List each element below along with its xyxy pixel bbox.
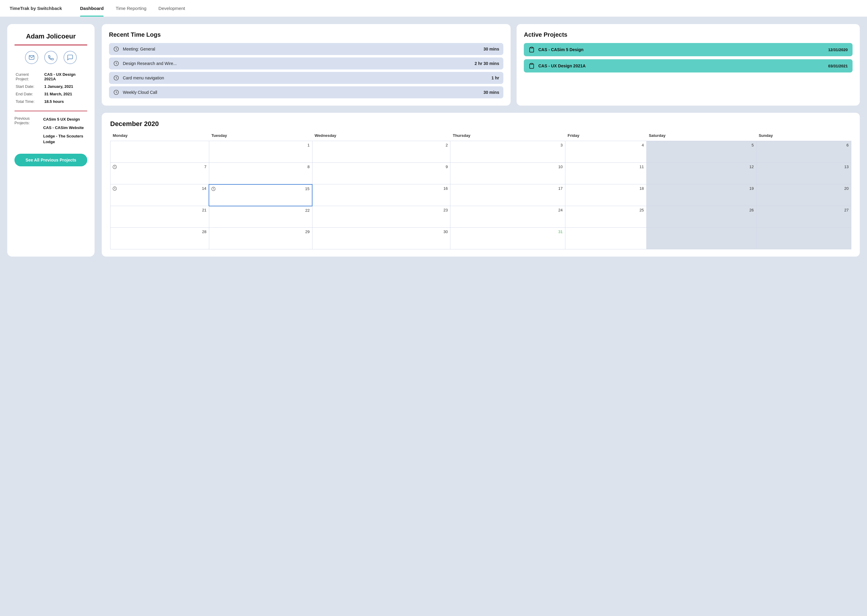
page-layout: Adam Jolicoeur Current — [0, 17, 867, 264]
sidebar: Adam Jolicoeur Current — [7, 24, 95, 256]
day-number: 2 — [446, 143, 448, 148]
calendar-cell[interactable]: 8 — [209, 163, 312, 184]
email-button[interactable] — [25, 51, 38, 64]
col-wednesday: Wednesday — [312, 133, 450, 141]
calendar-cell[interactable]: 22 — [209, 206, 312, 228]
start-date-value: 1 January, 2021 — [43, 83, 87, 90]
clock-icon — [113, 90, 119, 95]
tab-development[interactable]: Development — [158, 0, 185, 17]
log-item-0: Meeting: General 30 mins — [109, 43, 503, 55]
active-projects-card: Active Projects CAS - CASim 5 Design 12/… — [517, 24, 860, 105]
calendar-title: December 2020 — [110, 120, 851, 128]
calendar-cell[interactable]: 29 — [209, 228, 312, 249]
previous-projects-list: CASim 5 UX Design CAS - CASim Website Lo… — [43, 117, 87, 148]
clock-icon — [211, 187, 216, 191]
day-number: 30 — [443, 229, 448, 234]
day-number: 17 — [558, 186, 563, 191]
total-time-value: 18.5 hours — [43, 98, 87, 105]
divider-top — [14, 44, 87, 46]
calendar-cell[interactable]: 18 — [565, 184, 646, 206]
calendar-card: December 2020 Monday Tuesday Wednesday T… — [102, 113, 860, 256]
day-number: 23 — [443, 208, 448, 212]
svg-rect-6 — [531, 63, 533, 64]
day-number: 27 — [845, 208, 849, 212]
calendar-cell[interactable]: 4 — [565, 141, 646, 163]
phone-button[interactable] — [44, 51, 57, 64]
list-item: CASim 5 UX Design — [43, 117, 87, 122]
chat-button[interactable] — [63, 51, 77, 64]
log-item-2: Card menu navigation 1 hr — [109, 72, 503, 84]
user-name: Adam Jolicoeur — [14, 33, 87, 40]
calendar-cell[interactable]: 10 — [450, 163, 565, 184]
calendar-cell[interactable]: 12 — [646, 163, 756, 184]
calendar-cell[interactable] — [646, 228, 756, 249]
calendar-cell[interactable]: 25 — [565, 206, 646, 228]
log-item-1: Design Research and Wire... 2 hr 30 mins — [109, 57, 503, 69]
calendar-cell[interactable]: 2 — [312, 141, 450, 163]
calendar-cell[interactable]: 17 — [450, 184, 565, 206]
brand-logo: TimeTrak by Switchback — [9, 6, 62, 11]
day-number: 19 — [749, 186, 754, 191]
calendar-cell[interactable]: 28 — [110, 228, 209, 249]
calendar-cell[interactable]: 30 — [312, 228, 450, 249]
calendar-cell[interactable] — [110, 141, 209, 163]
main-content: Recent Time Logs Meeting: General 30 min… — [102, 24, 860, 256]
col-friday: Friday — [565, 133, 646, 141]
calendar-cell[interactable]: 24 — [450, 206, 565, 228]
day-number: 1 — [307, 143, 309, 148]
contact-icons — [14, 51, 87, 64]
calendar-cell[interactable]: 14 — [110, 184, 209, 206]
calendar-cell[interactable]: 5 — [646, 141, 756, 163]
see-all-projects-button[interactable]: See All Previous Projects — [14, 154, 87, 167]
calendar-cell[interactable]: 27 — [756, 206, 851, 228]
calendar-cell[interactable]: 11 — [565, 163, 646, 184]
navbar: TimeTrak by Switchback Dashboard Time Re… — [0, 0, 867, 17]
calendar-table: Monday Tuesday Wednesday Thursday Friday… — [110, 133, 851, 249]
day-number: 13 — [845, 165, 849, 169]
calendar-cell[interactable]: 1 — [209, 141, 312, 163]
clock-icon — [113, 46, 119, 52]
top-row: Recent Time Logs Meeting: General 30 min… — [102, 24, 860, 105]
clipboard-icon — [529, 47, 534, 53]
day-number: 12 — [749, 165, 754, 169]
calendar-cell[interactable] — [756, 228, 851, 249]
day-number: 28 — [202, 229, 206, 234]
svg-rect-5 — [531, 47, 533, 48]
calendar-cell[interactable]: 31 — [450, 228, 565, 249]
end-date-label: End Date: — [14, 90, 43, 98]
calendar-cell[interactable]: 9 — [312, 163, 450, 184]
calendar-cell[interactable]: 16 — [312, 184, 450, 206]
calendar-cell[interactable]: 23 — [312, 206, 450, 228]
calendar-cell[interactable]: 19 — [646, 184, 756, 206]
clock-icon — [112, 165, 117, 169]
user-info-table: Current Project: CAS - UX Design 2021A S… — [14, 71, 87, 105]
tab-time-reporting[interactable]: Time Reporting — [116, 0, 146, 17]
tab-dashboard[interactable]: Dashboard — [80, 0, 104, 17]
time-logs-title: Recent Time Logs — [109, 31, 503, 38]
clipboard-icon — [529, 63, 534, 69]
calendar-cell[interactable]: 7 — [110, 163, 209, 184]
calendar-cell[interactable] — [565, 228, 646, 249]
day-number: 18 — [639, 186, 644, 191]
calendar-cell[interactable]: 26 — [646, 206, 756, 228]
day-number: 10 — [558, 165, 563, 169]
current-project-value: CAS - UX Design 2021A — [43, 71, 87, 83]
col-saturday: Saturday — [646, 133, 756, 141]
calendar-cell[interactable]: 3 — [450, 141, 565, 163]
calendar-cell[interactable]: 21 — [110, 206, 209, 228]
calendar-cell[interactable]: 13 — [756, 163, 851, 184]
day-number: 6 — [847, 143, 849, 148]
day-number: 14 — [202, 186, 206, 191]
calendar-cell[interactable]: 6 — [756, 141, 851, 163]
clock-icon — [113, 60, 119, 66]
day-number: 24 — [558, 208, 563, 212]
calendar-cell[interactable]: 20 — [756, 184, 851, 206]
list-item: Lodge - The Scouters Lodge — [43, 134, 87, 145]
day-number: 4 — [642, 143, 644, 148]
day-number: 29 — [305, 229, 309, 234]
calendar-cell[interactable]: 15 — [209, 184, 312, 206]
recent-time-logs-card: Recent Time Logs Meeting: General 30 min… — [102, 24, 511, 105]
previous-projects-section: Previous Projects: CASim 5 UX Design CAS… — [14, 116, 87, 148]
project-item-0: CAS - CASim 5 Design 12/31/2020 — [524, 43, 853, 56]
chat-icon — [67, 54, 74, 61]
